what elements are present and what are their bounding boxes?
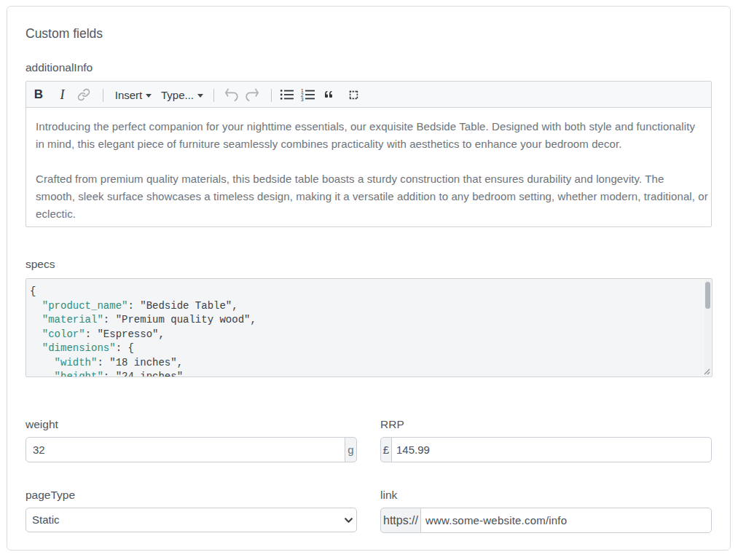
svg-text:3: 3 <box>301 97 304 102</box>
